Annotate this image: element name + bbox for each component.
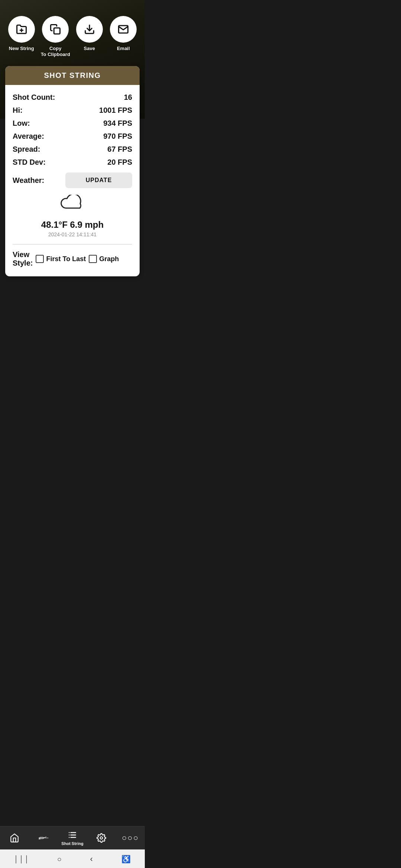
weather-display: 48.1°F 6.9 mph 2024-01-22 14:11:41	[13, 190, 132, 240]
std-dev-value: 20 FPS	[107, 158, 132, 167]
weather-row: Weather: UPDATE	[13, 169, 132, 190]
std-dev-label: STD Dev:	[13, 158, 46, 167]
copy-label: CopyTo Clipboard	[41, 46, 70, 57]
first-to-last-checkbox-box[interactable]	[36, 255, 44, 263]
weather-temperature: 48.1°F	[41, 220, 68, 230]
graph-label: Graph	[99, 255, 119, 263]
save-button[interactable]: Save	[72, 16, 107, 52]
weather-temp-wind: 48.1°F 6.9 mph	[41, 220, 104, 230]
email-icon	[118, 24, 129, 35]
weather-timestamp: 2024-01-22 14:11:41	[48, 231, 97, 237]
weather-update-button[interactable]: UPDATE	[65, 172, 132, 188]
average-label: Average:	[13, 132, 44, 141]
new-string-circle	[8, 16, 35, 43]
shot-count-value: 16	[124, 93, 132, 102]
stat-std-dev: STD Dev: 20 FPS	[13, 156, 132, 169]
stat-low: Low: 934 FPS	[13, 117, 132, 130]
graph-checkbox-box[interactable]	[89, 255, 97, 263]
divider	[13, 244, 132, 244]
folder-plus-icon	[16, 24, 27, 35]
card-body: Shot Count: 16 Hi: 1001 FPS Low: 934 FPS…	[5, 85, 140, 276]
view-style-label: ViewStyle:	[13, 250, 33, 267]
email-circle	[110, 16, 137, 43]
shot-count-label: Shot Count:	[13, 93, 55, 102]
stat-shot-count: Shot Count: 16	[13, 91, 132, 104]
cloud-icon	[59, 195, 85, 217]
spread-label: Spread:	[13, 145, 40, 154]
svg-rect-2	[54, 28, 60, 34]
weather-wind-value: 6.9 mph	[70, 220, 104, 230]
graph-checkbox[interactable]: Graph	[89, 255, 119, 263]
copy-icon	[50, 24, 61, 35]
card-header: SHOT STRING	[5, 66, 140, 85]
low-label: Low:	[13, 119, 30, 128]
hi-value: 1001 FPS	[99, 106, 132, 115]
copy-circle	[42, 16, 69, 43]
email-button[interactable]: Email	[107, 16, 141, 52]
new-string-label: New String	[9, 46, 34, 52]
view-style-row: ViewStyle: First To Last Graph	[13, 249, 132, 270]
save-label: Save	[84, 46, 95, 52]
weather-label: Weather:	[13, 176, 44, 185]
first-to-last-label: First To Last	[46, 255, 86, 263]
spread-value: 67 FPS	[107, 145, 132, 154]
email-label: Email	[117, 46, 130, 52]
action-row: New String CopyTo Clipboard Save	[0, 10, 145, 65]
first-to-last-checkbox[interactable]: First To Last	[36, 255, 86, 263]
stat-hi: Hi: 1001 FPS	[13, 104, 132, 117]
stat-average: Average: 970 FPS	[13, 130, 132, 143]
card-title: SHOT STRING	[44, 71, 101, 79]
low-value: 934 FPS	[103, 119, 132, 128]
copy-button[interactable]: CopyTo Clipboard	[39, 16, 73, 57]
hi-label: Hi:	[13, 106, 23, 115]
stat-spread: Spread: 67 FPS	[13, 143, 132, 156]
save-circle	[76, 16, 103, 43]
average-value: 970 FPS	[103, 132, 132, 141]
new-string-button[interactable]: New String	[4, 16, 39, 52]
main-card: SHOT STRING Shot Count: 16 Hi: 1001 FPS …	[5, 66, 140, 276]
save-icon	[84, 24, 95, 35]
